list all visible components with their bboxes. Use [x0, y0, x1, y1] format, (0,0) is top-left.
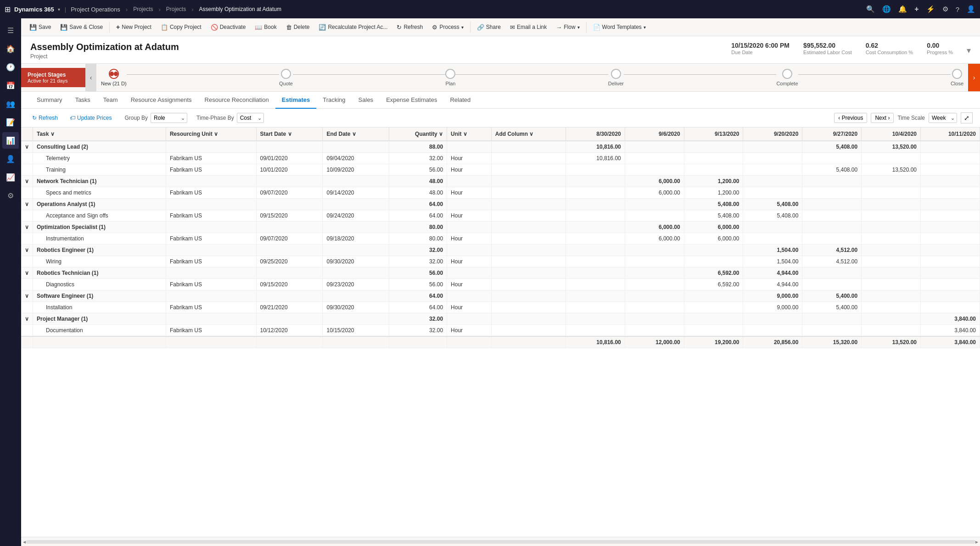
- sidebar-resource-icon[interactable]: 👤: [2, 150, 19, 167]
- sidebar-calendar-icon[interactable]: 📅: [2, 77, 19, 94]
- next-button[interactable]: Next ›: [871, 113, 894, 123]
- th-startdate[interactable]: Start Date ∨: [256, 128, 323, 141]
- tab-related[interactable]: Related: [443, 92, 477, 109]
- breadcrumb-projects1[interactable]: Projects: [133, 6, 153, 12]
- deactivate-button[interactable]: 🚫Deactivate: [207, 22, 250, 33]
- sidebar-menu-icon[interactable]: ☰: [2, 22, 19, 39]
- tab-sales[interactable]: Sales: [352, 92, 380, 109]
- brand-dropdown-icon[interactable]: ▾: [58, 7, 60, 12]
- book-button[interactable]: 📖Book: [251, 22, 280, 33]
- expand-icon[interactable]: ∨: [21, 141, 33, 153]
- quantity: 32.00: [389, 256, 447, 267]
- expand-icon[interactable]: ∨: [21, 245, 33, 256]
- sidebar-home-icon[interactable]: 🏠: [2, 40, 19, 57]
- stage-new[interactable]: New (21 D): [101, 69, 127, 86]
- breadcrumb-projects2[interactable]: Projects: [166, 6, 186, 12]
- th-date-830: 8/30/2020: [566, 128, 625, 141]
- progress-value[interactable]: 0.00: [927, 42, 953, 49]
- stage-deliver[interactable]: Deliver: [608, 69, 624, 86]
- brand-label[interactable]: Dynamics 365: [14, 6, 54, 13]
- labor-cost-value[interactable]: $95,552.00: [803, 42, 852, 49]
- expand-icon[interactable]: ∨: [21, 222, 33, 233]
- date-value: [921, 302, 980, 313]
- th-quantity[interactable]: Quantity ∨: [389, 128, 447, 141]
- tab-team[interactable]: Team: [97, 92, 124, 109]
- tab-tracking[interactable]: Tracking: [316, 92, 352, 109]
- save-button[interactable]: 💾Save: [26, 22, 55, 33]
- sidebar-reports-icon[interactable]: 📈: [2, 169, 19, 185]
- user-icon[interactable]: 👤: [967, 5, 975, 13]
- start-date: 09/07/2020: [256, 233, 323, 245]
- bell-icon[interactable]: 🔔: [898, 5, 907, 13]
- sidebar-recent-icon[interactable]: 🕐: [2, 59, 19, 75]
- scroll-track[interactable]: [26, 540, 975, 544]
- expand-icon[interactable]: ∨: [21, 313, 33, 325]
- tab-estimates[interactable]: Estimates: [275, 92, 316, 109]
- footer-value: 10,816.00: [566, 336, 625, 348]
- filter-icon[interactable]: ⚡: [926, 5, 935, 13]
- group-by-dropdown[interactable]: Role Resource Category: [151, 113, 187, 123]
- stage-quote[interactable]: Quote: [279, 69, 293, 86]
- due-date-value[interactable]: 10/15/2020 6:00 PM: [731, 42, 790, 49]
- email-link-button[interactable]: ✉Email a Link: [506, 22, 550, 33]
- help-icon[interactable]: ?: [956, 6, 959, 13]
- plus-icon[interactable]: +: [914, 5, 918, 13]
- sidebar-project-icon[interactable]: 📊: [2, 132, 19, 149]
- table-row: Training Fabrikam US 10/01/2020 10/09/20…: [21, 164, 980, 176]
- share-button[interactable]: 🔗Share: [473, 22, 504, 33]
- sidebar-settings2-icon[interactable]: ⚙: [2, 187, 19, 204]
- update-prices-button[interactable]: 🏷 Update Prices: [66, 113, 115, 123]
- search-icon[interactable]: 🔍: [866, 5, 875, 13]
- cost-consumption-value[interactable]: 0.62: [866, 42, 913, 49]
- th-unit[interactable]: Unit ∨: [447, 128, 492, 141]
- save-close-button[interactable]: 💾Save & Close: [56, 22, 106, 33]
- recalculate-button[interactable]: 🔄Recalculate Project Ac...: [315, 22, 391, 33]
- process-button[interactable]: ⚙Process ▾: [428, 22, 467, 33]
- copy-project-button[interactable]: 📋Copy Project: [157, 22, 205, 33]
- scroll-right-icon[interactable]: ▸: [975, 539, 978, 545]
- task-name: Instrumentation: [33, 233, 166, 245]
- expand-table-button[interactable]: ⤢: [961, 112, 973, 123]
- delete-button[interactable]: 🗑Delete: [282, 22, 314, 33]
- th-addcol[interactable]: Add Column ∨: [491, 128, 566, 141]
- expand-icon[interactable]: ∨: [21, 290, 33, 302]
- stage-close[interactable]: Close: [951, 69, 963, 86]
- footer-value: 3,840.00: [921, 336, 980, 348]
- th-resunit[interactable]: Resourcing Unit ∨: [166, 128, 256, 141]
- end-date: 09/23/2020: [323, 279, 389, 290]
- previous-button[interactable]: ‹ Previous: [834, 113, 867, 123]
- flow-button[interactable]: →Flow ▾: [552, 22, 583, 33]
- th-date-104: 10/4/2020: [862, 128, 921, 141]
- word-templates-button[interactable]: 📄Word Templates ▾: [589, 22, 650, 33]
- stage-plan[interactable]: Plan: [445, 69, 455, 86]
- refresh-button[interactable]: ↻Refresh: [393, 22, 426, 33]
- tab-tasks[interactable]: Tasks: [69, 92, 97, 109]
- th-task[interactable]: Task ∨: [33, 128, 166, 141]
- time-phase-dropdown[interactable]: Cost Sales: [237, 113, 264, 123]
- stage-complete[interactable]: Complete: [776, 69, 798, 86]
- tab-resource-reconciliation[interactable]: Resource Reconciliation: [198, 92, 275, 109]
- app-label[interactable]: Project Operations: [71, 6, 120, 13]
- metrics-expand-icon[interactable]: ▾: [967, 42, 971, 56]
- start-date: 09/25/2020: [256, 256, 323, 267]
- estimates-refresh-button[interactable]: ↻ Refresh: [28, 113, 62, 123]
- timescale-dropdown[interactable]: Week Day Month: [929, 113, 957, 123]
- tab-resource-assignments[interactable]: Resource Assignments: [124, 92, 198, 109]
- expand-icon[interactable]: ∨: [21, 267, 33, 279]
- th-enddate[interactable]: End Date ∨: [323, 128, 389, 141]
- expand-icon[interactable]: ∨: [21, 199, 33, 210]
- stage-prev-button[interactable]: ‹: [85, 64, 96, 91]
- grid-icon[interactable]: ⊞: [5, 5, 11, 14]
- settings-icon[interactable]: ⚙: [942, 5, 948, 13]
- new-project-button[interactable]: +New Project: [112, 21, 155, 33]
- table-row-group: ∨ Operations Analyst (1) 64.00 5,408.005…: [21, 199, 980, 210]
- expand-icon[interactable]: ∨: [21, 176, 33, 187]
- timescale-label: Time Scale: [897, 115, 925, 121]
- resourcing-unit: Fabrikam US: [166, 153, 256, 164]
- tab-expense-estimates[interactable]: Expense Estimates: [380, 92, 443, 109]
- globe-icon[interactable]: 🌐: [882, 5, 891, 13]
- tab-summary[interactable]: Summary: [30, 92, 69, 109]
- stage-next-button[interactable]: ›: [968, 64, 980, 91]
- sidebar-contacts-icon[interactable]: 👥: [2, 95, 19, 112]
- sidebar-notes-icon[interactable]: 📝: [2, 114, 19, 130]
